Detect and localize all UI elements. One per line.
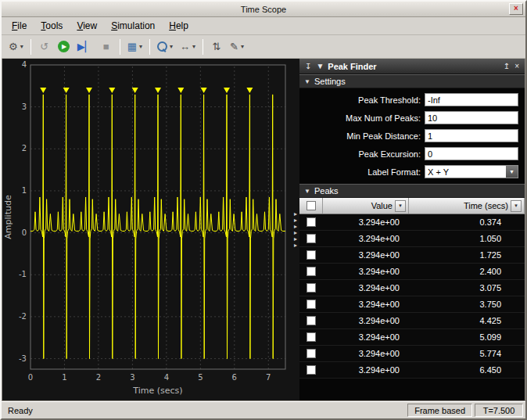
min-peak-distance-input[interactable] xyxy=(425,129,518,142)
simulink-block-dropdown-arrow[interactable]: ▾ xyxy=(139,43,142,50)
setting-row-max-num-peaks: Max Num of Peaks: xyxy=(299,109,525,127)
settings-section-header[interactable]: ▼ Settings xyxy=(299,74,525,88)
x-tick-label: 2 xyxy=(96,373,101,382)
peak-excursion-input[interactable] xyxy=(425,147,518,160)
peak-row-checkbox[interactable] xyxy=(307,250,316,260)
step-forward-button[interactable]: ▶▏ xyxy=(74,38,96,56)
menu-file[interactable]: File xyxy=(6,18,32,34)
max-num-peaks-label: Max Num of Peaks: xyxy=(299,113,425,123)
stop-button[interactable]: ■ xyxy=(97,38,116,56)
menu-tools[interactable]: Tools xyxy=(35,18,68,34)
window-close-button[interactable]: × xyxy=(509,3,523,15)
y-axis-label: Amplitude xyxy=(3,195,13,239)
x-tick-label: 7 xyxy=(266,373,271,382)
peak-table-row[interactable]: 3.294e+00 2.400 xyxy=(299,264,525,280)
settings-button[interactable]: ⚙▾ xyxy=(5,38,27,56)
panel-close-icon[interactable]: × xyxy=(512,62,522,70)
peak-time-cell: 2.400 xyxy=(409,267,525,276)
peak-table-row[interactable]: 3.294e+00 4.425 xyxy=(299,313,525,329)
measurements-dropdown-arrow[interactable]: ▾ xyxy=(241,43,244,50)
peaks-section-header[interactable]: ▼ Peaks xyxy=(299,184,525,198)
peak-row-checkbox[interactable] xyxy=(307,283,316,293)
peak-threshold-label: Peak Threshold: xyxy=(299,95,425,105)
peak-row-checkbox[interactable] xyxy=(307,300,316,309)
peak-row-checkbox[interactable] xyxy=(307,217,316,227)
menu-view[interactable]: View xyxy=(71,18,102,34)
status-message: Ready xyxy=(4,406,405,415)
max-num-peaks-input[interactable] xyxy=(425,111,518,124)
peak-time-cell: 3.750 xyxy=(409,300,525,309)
run-button[interactable]: ▶ xyxy=(55,38,73,56)
panel-collapse-icon[interactable]: ▼ xyxy=(314,62,326,70)
span-axes-button[interactable]: ↔▾ xyxy=(177,38,199,56)
peak-threshold-input[interactable] xyxy=(425,93,518,106)
undock-icon[interactable]: ↥ xyxy=(501,62,512,70)
simulink-block-icon: ▦ xyxy=(127,41,137,52)
peak-table-row[interactable]: 3.294e+00 5.774 xyxy=(299,346,525,362)
peak-row-check-cell xyxy=(299,349,323,358)
x-tick-label: 5 xyxy=(198,373,203,382)
time-sort-icon[interactable]: ▼ xyxy=(511,200,522,212)
scope-svg[interactable]: -3-2-10123401234567Time (secs)Amplitude xyxy=(2,59,292,400)
peak-time-cell: 3.075 xyxy=(409,283,525,293)
peaks-section-label: Peaks xyxy=(314,186,339,196)
setting-row-peak-threshold: Peak Threshold: xyxy=(299,91,525,109)
peak-time-cell: 6.450 xyxy=(409,365,525,375)
peak-table-row[interactable]: 3.294e+00 6.450 xyxy=(299,362,525,379)
peak-time-cell: 5.774 xyxy=(409,349,525,358)
menu-help[interactable]: Help xyxy=(163,18,194,34)
time-column-header[interactable]: Time (secs) ▼ xyxy=(409,198,525,214)
settings-dropdown-arrow[interactable]: ▾ xyxy=(20,43,23,50)
simulink-block-button[interactable]: ▦▾ xyxy=(124,38,145,56)
peak-row-checkbox[interactable] xyxy=(307,332,316,342)
peak-row-checkbox[interactable] xyxy=(307,267,316,276)
settings-collapse-icon: ▼ xyxy=(304,78,310,85)
peak-table-row[interactable]: 3.294e+00 3.750 xyxy=(299,296,525,313)
x-tick-label: 6 xyxy=(232,373,237,382)
peak-time-cell: 1.050 xyxy=(409,234,525,243)
select-all-checkbox[interactable] xyxy=(307,201,316,210)
peak-table-row[interactable]: 3.294e+00 3.075 xyxy=(299,280,525,296)
label-format-select[interactable]: X + Y ▼ xyxy=(425,165,518,178)
measurements-icon: ✎ xyxy=(230,41,238,52)
peak-value-cell: 3.294e+00 xyxy=(323,349,409,358)
zoom-button[interactable]: ▾ xyxy=(154,38,176,56)
peaks-table-body: 3.294e+00 0.374 3.294e+00 1.050 3.294e+0… xyxy=(299,214,525,400)
peak-row-checkbox[interactable] xyxy=(307,349,316,358)
autoscale-icon: ⇅ xyxy=(213,41,221,52)
rewind-button[interactable]: ↺ xyxy=(35,38,54,56)
value-column-label: Value xyxy=(371,201,393,210)
setting-row-min-peak-distance: Min Peak Distance: xyxy=(299,127,525,145)
titlebar[interactable]: Time Scope × xyxy=(2,2,525,17)
peak-table-row[interactable]: 3.294e+00 5.099 xyxy=(299,329,525,346)
value-sort-icon[interactable]: ▼ xyxy=(395,200,406,212)
peak-table-row[interactable]: 3.294e+00 1.725 xyxy=(299,247,525,264)
x-tick-label: 4 xyxy=(164,373,169,382)
peak-value-cell: 3.294e+00 xyxy=(323,316,409,325)
window-title: Time Scope xyxy=(2,5,525,14)
y-tick-label: -3 xyxy=(19,354,27,363)
stop-icon: ■ xyxy=(103,41,109,52)
peak-row-checkbox[interactable] xyxy=(307,234,316,243)
label-format-dropdown-icon[interactable]: ▼ xyxy=(506,166,518,178)
peak-row-checkbox[interactable] xyxy=(307,365,316,375)
toolbar-separator xyxy=(149,39,150,55)
autoscale-button[interactable]: ⇅ xyxy=(207,38,226,56)
dock-down-icon[interactable]: ↧ xyxy=(303,62,314,70)
peaks-table-header: Value ▼ Time (secs) ▼ xyxy=(299,198,525,214)
value-column-header[interactable]: Value ▼ xyxy=(323,198,409,214)
time-column-label: Time (secs) xyxy=(464,201,508,210)
toolbar-separator xyxy=(203,39,203,55)
peak-table-row[interactable]: 3.294e+00 1.050 xyxy=(299,231,525,247)
peak-table-row[interactable]: 3.294e+00 0.374 xyxy=(299,214,525,231)
measurements-button[interactable]: ✎▾ xyxy=(227,38,247,56)
menu-simulation[interactable]: Simulation xyxy=(106,18,160,34)
toolbar-separator xyxy=(120,39,120,55)
scope-plot[interactable]: -3-2-10123401234567Time (secs)Amplitude xyxy=(2,59,292,400)
select-all-cell xyxy=(299,198,323,214)
span-axes-dropdown-arrow[interactable]: ▾ xyxy=(192,43,195,50)
panel-splitter[interactable]: ▸▸▸▸▸▸ xyxy=(292,59,299,400)
peak-row-check-cell xyxy=(299,250,323,260)
peak-row-checkbox[interactable] xyxy=(307,316,316,325)
zoom-dropdown-arrow[interactable]: ▾ xyxy=(170,43,173,50)
